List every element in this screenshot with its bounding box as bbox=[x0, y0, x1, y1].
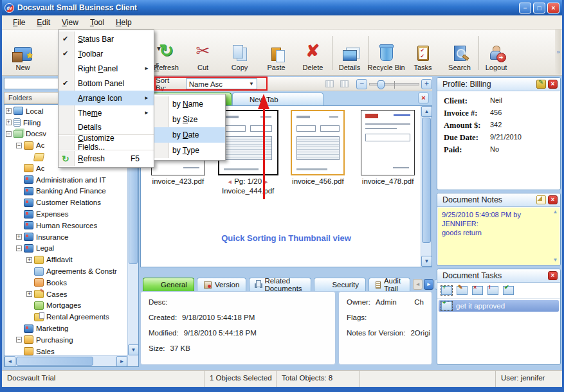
tab-close-button[interactable]: × bbox=[418, 93, 429, 103]
delete-task-icon[interactable] bbox=[472, 286, 483, 295]
sort-bar: Sort By: Name Asc ▼ − + bbox=[140, 77, 432, 91]
close-button[interactable]: × bbox=[547, 3, 559, 13]
tasks-close-button[interactable]: × bbox=[548, 271, 558, 280]
expand-toggle[interactable]: − bbox=[6, 131, 12, 137]
expand-toggle[interactable]: + bbox=[6, 108, 12, 114]
toolbar-button[interactable]: Search bbox=[441, 31, 478, 75]
toolbar-button[interactable]: Details bbox=[331, 31, 368, 75]
scroll-left-icon[interactable]: ◄ bbox=[5, 356, 15, 367]
properties-tab[interactable]: Security bbox=[314, 278, 366, 291]
covered-toolbar-button[interactable]: ▼ s bbox=[153, 30, 163, 72]
view-menu-item[interactable]: ✔ Customize Fields... bbox=[59, 136, 154, 150]
toolbar-overflow-chevron[interactable]: » bbox=[555, 30, 561, 75]
document-thumbnail[interactable]: invoice_478.pdf bbox=[357, 110, 419, 195]
view-menu-item[interactable]: ✔ Status Bar bbox=[59, 31, 154, 46]
view-menu-item[interactable]: ✔ Theme bbox=[59, 105, 154, 120]
tree-horizontal-scrollbar[interactable]: ◄ ► bbox=[5, 355, 127, 366]
tree-item[interactable]: Marketing bbox=[5, 323, 127, 334]
expand-toggle[interactable]: − bbox=[16, 245, 22, 251]
scroll-up-icon[interactable]: ▲ bbox=[421, 106, 432, 117]
view-menu-item[interactable]: ✔ Toolbar bbox=[59, 46, 154, 61]
view-menu-item[interactable]: ✔ Details bbox=[59, 120, 154, 135]
toolbar-button[interactable]: Tasks bbox=[405, 31, 441, 75]
expand-toggle[interactable]: + bbox=[16, 234, 22, 240]
thumbnail-view-icon[interactable] bbox=[340, 80, 349, 87]
submenu-item[interactable]: by Name bbox=[154, 96, 225, 112]
add-note-icon[interactable] bbox=[536, 195, 546, 204]
document-thumbnail[interactable]: invoice_456.pdf bbox=[287, 110, 349, 195]
pane-view-icon[interactable] bbox=[325, 80, 334, 87]
scroll-down-icon[interactable]: ▼ bbox=[421, 256, 432, 267]
tree-item[interactable]: + Insurance bbox=[5, 231, 127, 243]
page-navigator[interactable]: Pg: 1/20 bbox=[227, 177, 269, 185]
properties-tab[interactable]: Related Documents bbox=[249, 278, 311, 291]
view-menu-item[interactable]: ✔ Right Panel bbox=[59, 61, 154, 76]
maximize-button[interactable]: □ bbox=[533, 3, 545, 13]
scroll-down-icon[interactable]: ▼ bbox=[128, 344, 139, 355]
tree-item[interactable]: + Affidavit bbox=[5, 254, 127, 265]
tree-item[interactable]: Human Resources bbox=[5, 220, 127, 231]
field-row: Flags: bbox=[347, 314, 424, 321]
scroll-right-icon[interactable]: ► bbox=[116, 356, 127, 367]
complete-task-icon[interactable] bbox=[503, 286, 514, 295]
zoom-slider-handle[interactable] bbox=[378, 80, 385, 89]
profile-close-button[interactable]: × bbox=[548, 80, 558, 89]
tabs-scroll-left-button[interactable]: ◄ bbox=[413, 279, 423, 290]
expand-toggle[interactable]: + bbox=[26, 291, 32, 297]
scroll-up-icon[interactable]: ▲ bbox=[552, 209, 559, 215]
document-tab[interactable]: New Tab bbox=[232, 93, 323, 105]
toolbar-button[interactable]: Paste bbox=[258, 31, 295, 75]
toolbar-button[interactable]: Cut bbox=[185, 31, 221, 75]
scroll-down-icon[interactable]: ▼ bbox=[552, 257, 559, 263]
tree-item[interactable]: Agreements & Constr bbox=[5, 265, 127, 277]
tree-item[interactable]: Banking And Finance bbox=[5, 186, 127, 197]
tree-item[interactable]: Expenses bbox=[5, 208, 127, 220]
tree-item[interactable]: Administration and IT bbox=[5, 174, 127, 186]
tree-item[interactable]: − Purchasing bbox=[5, 334, 127, 346]
submenu-item[interactable]: by Type bbox=[154, 143, 225, 158]
properties-tab[interactable]: Audit Trail bbox=[368, 278, 410, 291]
tabs-scroll-right-button[interactable]: ► bbox=[424, 279, 433, 290]
toolbar-button[interactable]: Recycle Bin bbox=[368, 31, 405, 75]
toolbar-button[interactable]: Delete bbox=[295, 31, 331, 75]
properties-tab[interactable]: General bbox=[143, 278, 194, 291]
toolbar-button[interactable]: Copy bbox=[221, 31, 258, 75]
minimize-button[interactable]: – bbox=[519, 3, 531, 13]
view-menu-item[interactable]: ✔ Arrange Icon bbox=[59, 91, 154, 105]
task-item[interactable]: get it approved bbox=[439, 300, 559, 312]
properties-tab[interactable]: Version bbox=[197, 278, 246, 291]
edit-profile-icon[interactable] bbox=[536, 80, 546, 89]
view-menu-item[interactable]: ✔ ↻ Refresh F5 bbox=[59, 151, 154, 166]
edit-task-icon[interactable] bbox=[457, 286, 468, 295]
menubar-item[interactable]: File bbox=[7, 17, 31, 28]
tree-item[interactable]: Customer Relations bbox=[5, 197, 127, 208]
notes-close-button[interactable]: × bbox=[548, 195, 558, 204]
expand-toggle[interactable]: + bbox=[6, 120, 12, 125]
menubar-item[interactable]: Tool bbox=[84, 17, 110, 28]
tree-item[interactable]: Rental Agreements bbox=[5, 311, 127, 323]
submenu-item[interactable]: by Size bbox=[154, 112, 225, 127]
view-menu-item[interactable]: ✔ Bottom Panel bbox=[59, 76, 154, 91]
expand-toggle[interactable]: + bbox=[26, 257, 32, 263]
add-task-icon[interactable] bbox=[441, 286, 452, 295]
menubar-item[interactable]: Edit bbox=[31, 17, 56, 28]
toolbar-button[interactable]: New bbox=[5, 31, 41, 75]
tree-item[interactable]: − Legal bbox=[5, 243, 127, 254]
document-thumbnail[interactable]: Pg: 1/20 Invoice_444.pdf bbox=[217, 110, 279, 195]
tree-item[interactable]: Books bbox=[5, 277, 127, 289]
sort-by-dropdown[interactable]: Name Asc ▼ bbox=[186, 78, 257, 89]
menubar-item[interactable]: Help bbox=[110, 17, 138, 28]
note-text[interactable]: 9/25/2010 5:49:08 PM by JENNIFER: goods … bbox=[438, 208, 559, 265]
tree-item[interactable]: + Cases bbox=[5, 289, 127, 300]
menubar-item[interactable]: View bbox=[56, 17, 84, 28]
zoom-out-button[interactable]: − bbox=[356, 79, 367, 89]
expand-toggle[interactable]: − bbox=[16, 143, 22, 148]
submenu-item[interactable]: by Date bbox=[154, 127, 225, 143]
thumbnail-vertical-scrollbar[interactable]: ▲ ▼ bbox=[421, 106, 432, 267]
tree-item[interactable]: Mortgages bbox=[5, 300, 127, 312]
tree-item[interactable]: Sales bbox=[5, 346, 127, 355]
toolbar-button[interactable]: Logout bbox=[478, 31, 514, 75]
expand-toggle[interactable]: − bbox=[16, 337, 22, 343]
alert-task-icon[interactable] bbox=[487, 286, 498, 295]
zoom-in-button[interactable]: + bbox=[421, 79, 432, 89]
